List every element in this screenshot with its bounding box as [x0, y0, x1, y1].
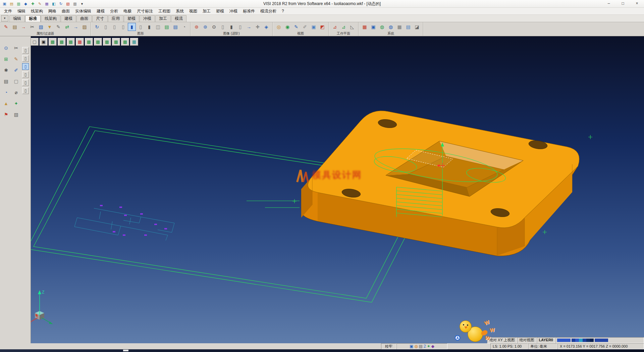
toolbar-tab[interactable]: 加工	[155, 15, 171, 22]
toolbar-button[interactable]: ✚	[254, 23, 262, 31]
quick-access-icon[interactable]: ◧	[51, 1, 57, 7]
toolbar-button[interactable]: ✎	[2, 23, 10, 31]
view-cube-button[interactable]: ▩	[58, 38, 66, 46]
view-cube-button[interactable]: ▣	[40, 38, 48, 46]
menu-item[interactable]: 曲面	[59, 8, 72, 14]
menu-item[interactable]: 视图	[186, 8, 200, 14]
toolbar-button[interactable]: ▦	[361, 23, 369, 31]
view-cube-button[interactable]: ▢	[31, 38, 39, 46]
absolute-view-indicator[interactable]: 绝对视图	[517, 337, 537, 343]
toolbar-button[interactable]: ◎	[275, 23, 283, 31]
menu-item[interactable]: 分析	[107, 8, 121, 14]
clipboard-tool-button[interactable]: ▯	[22, 63, 29, 70]
statusbar-icon[interactable]: ◍	[414, 344, 418, 349]
toolbar-button[interactable]: ◉	[283, 23, 291, 31]
toolbar-button[interactable]: ⊿	[331, 23, 339, 31]
toolbar-button[interactable]: →	[19, 23, 28, 31]
menu-item[interactable]: 塑模	[213, 8, 227, 14]
toolbar-button[interactable]: ◪	[413, 23, 421, 31]
toolbar-button[interactable]: ▤	[171, 23, 179, 31]
toolbar-button[interactable]: ▮	[227, 23, 235, 31]
toolbar-button[interactable]: ▯	[119, 23, 127, 31]
view-cube-button[interactable]: ▩	[85, 38, 93, 46]
viewport-3d[interactable]	[31, 36, 644, 343]
menu-item[interactable]: 加工	[200, 8, 213, 14]
toolbar-button[interactable]: ✂	[28, 23, 36, 31]
clipboard-tool-button[interactable]: ▯	[22, 79, 29, 86]
layer-indicator[interactable]: LAYER0	[537, 337, 555, 343]
toolbar-button[interactable]: →	[72, 23, 80, 31]
toolbar-button[interactable]: ⇄	[63, 23, 71, 31]
quick-access-icon[interactable]: ✎	[37, 1, 43, 7]
toolbar-button[interactable]: ▯	[102, 23, 110, 31]
toolbar-button[interactable]: ⊚	[193, 23, 201, 31]
menu-item[interactable]: 工程图	[156, 8, 173, 14]
statusbar-icon[interactable]: ▣	[410, 344, 413, 349]
clipboard-tool-button[interactable]: ▯	[22, 47, 29, 54]
toolbar-button[interactable]: ▤	[163, 23, 171, 31]
side-tool-button[interactable]: ▧	[12, 111, 20, 119]
maximize-button[interactable]: □	[616, 0, 630, 7]
toolbar-button[interactable]: ▮	[128, 23, 136, 31]
toolbar-button[interactable]: ▮	[145, 23, 153, 31]
color-swatch-cell[interactable]	[572, 339, 575, 342]
color-swatch-cell[interactable]	[586, 339, 590, 342]
toolbar-tab[interactable]: 曲面	[76, 15, 92, 22]
toolbar-button[interactable]: ◩	[318, 23, 326, 31]
view-cube-button[interactable]: ▩	[49, 38, 57, 46]
quick-access-icon[interactable]: ▥	[15, 1, 22, 7]
toolbar-button[interactable]: ▧	[37, 23, 45, 31]
toolbar-tab[interactable]: 尺寸	[92, 15, 108, 22]
clipboard-tool-button[interactable]: ▯	[22, 55, 29, 62]
view-cube-button[interactable]: ▩	[103, 38, 111, 46]
statusbar-icon[interactable]: ▤	[419, 344, 423, 349]
side-tool-button[interactable]: ⊙	[2, 44, 10, 52]
side-tool-button[interactable]: ✎	[12, 55, 20, 63]
menu-item[interactable]: 冲模	[227, 8, 240, 14]
clipboard-tool-button[interactable]: ▯	[22, 87, 29, 94]
toolbar-button[interactable]: ✎	[292, 23, 300, 31]
view-cube-button[interactable]: ▩	[112, 38, 120, 46]
toolbar-button[interactable]: ⊿	[339, 23, 347, 31]
toolbar-button[interactable]: ▯	[137, 23, 145, 31]
menu-item[interactable]: ?	[279, 8, 287, 14]
toolbar-button[interactable]: ◔	[180, 23, 188, 31]
toolbar-button[interactable]: ◍	[378, 23, 386, 31]
quick-access-icon[interactable]: ▾	[79, 1, 85, 7]
side-tool-button[interactable]: ▤	[2, 78, 10, 86]
quick-access-icon[interactable]: ▥	[72, 1, 78, 7]
scale-indicator[interactable]: LS: 1.00 PS: 1.00	[490, 343, 528, 349]
side-tool-button[interactable]: ✱	[2, 67, 10, 75]
color-swatch-cell[interactable]	[579, 339, 583, 342]
side-tool-button[interactable]: ⚑	[2, 111, 10, 119]
toolbar-tab[interactable]: 冲模	[140, 15, 155, 22]
color-swatch-cell[interactable]	[590, 339, 594, 342]
menu-item[interactable]: 模流分析	[258, 8, 279, 14]
side-tool-button[interactable]: ✦	[12, 100, 20, 108]
color-bar-2[interactable]	[595, 339, 608, 342]
quick-access-icon[interactable]: ◆	[22, 1, 29, 7]
statusbar-icon[interactable]: ◆	[431, 344, 434, 349]
toolbar-button[interactable]: ▼	[46, 23, 54, 31]
side-tool-button[interactable]: ⊞	[2, 55, 10, 63]
menu-item[interactable]: 网格	[46, 8, 59, 14]
quick-access-icon[interactable]: ↻	[58, 1, 64, 7]
menu-item[interactable]: 文件	[1, 8, 15, 14]
toolbar-button[interactable]: ▯	[219, 23, 227, 31]
side-tool-button[interactable]: ✐	[12, 67, 20, 75]
toolbar-button[interactable]: →	[245, 23, 253, 31]
tab-dropdown-button[interactable]: ▼	[1, 15, 8, 21]
statusbar-icon[interactable]: ✦	[427, 344, 430, 349]
close-button[interactable]: ×	[630, 0, 644, 7]
side-tool-button[interactable]: ◔	[2, 89, 10, 97]
toolbar-button[interactable]: ◈	[262, 23, 270, 31]
menu-item[interactable]: 系统	[173, 8, 186, 14]
menu-item[interactable]: 线架构	[28, 8, 46, 14]
minimize-button[interactable]: –	[602, 0, 616, 7]
circle-a-badge[interactable]: A	[455, 335, 460, 341]
quick-access-icon[interactable]: ▦	[44, 1, 50, 7]
units-indicator[interactable]: 单位: 毫米	[528, 343, 557, 349]
quick-access-icon[interactable]: ▤	[8, 1, 15, 7]
menu-item[interactable]: 电极	[121, 8, 134, 14]
toolbar-tab[interactable]: 模流	[171, 15, 186, 22]
